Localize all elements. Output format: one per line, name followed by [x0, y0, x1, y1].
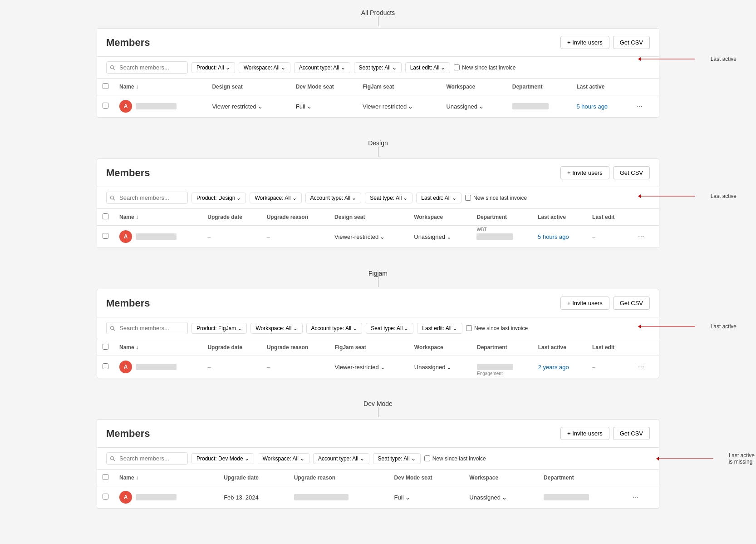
upgrade-reason-devmode-0: [294, 494, 349, 500]
avatar-figjam-0: A: [119, 361, 132, 373]
new-since-invoice-figjam[interactable]: New since last invoice: [466, 325, 528, 331]
select-all-checkbox-figjam[interactable]: [103, 344, 108, 350]
col-workspace-figjam: Workspace: [409, 339, 471, 356]
search-input-design[interactable]: [106, 192, 188, 204]
col-design-seat-design: Design seat: [329, 209, 408, 226]
filter-seat-design[interactable]: Seat type: All ⌄: [365, 193, 412, 203]
row-checkbox-design-0[interactable]: [103, 233, 108, 239]
get-csv-btn-design[interactable]: Get CSV: [613, 166, 650, 179]
design-section: Members + Invite users Get CSV Product: …: [97, 158, 659, 248]
filter-account-all[interactable]: Account type: All ⌄: [294, 62, 350, 73]
design-seat-design-0[interactable]: Viewer-restricted ⌄: [334, 233, 403, 240]
filter-seat-figjam[interactable]: Seat type: All ⌄: [366, 323, 413, 334]
filters-row-all: Product: All ⌄ Workspace: All ⌄ Account …: [97, 57, 659, 79]
design-seat-all-0[interactable]: Viewer-restricted ⌄: [212, 103, 285, 110]
filter-product-figjam[interactable]: Product: FigJam ⌄: [191, 323, 247, 334]
col-name-all: Name ↓: [114, 79, 206, 95]
figjam-seat-all-0[interactable]: Viewer-restricted ⌄: [363, 103, 435, 110]
select-all-checkbox-all[interactable]: [103, 83, 108, 89]
more-options-all-0[interactable]: ···: [634, 101, 645, 111]
workspace-devmode-0[interactable]: Unassigned ⌄: [469, 494, 533, 501]
filter-account-design[interactable]: Account type: All ⌄: [305, 193, 362, 203]
upgrade-date-devmode-0: Feb 13, 2024: [218, 486, 288, 509]
design-title: Members: [106, 167, 150, 179]
filter-product-all[interactable]: Product: All ⌄: [191, 62, 235, 73]
search-icon-design: [110, 195, 115, 201]
invite-users-btn-design[interactable]: + Invite users: [560, 166, 609, 179]
devmode-seat-all-0[interactable]: Full ⌄: [296, 103, 352, 110]
more-options-design-0[interactable]: ···: [635, 232, 647, 242]
search-input-all[interactable]: [106, 61, 188, 74]
last-active-figjam-0: 2 years ago: [538, 364, 569, 371]
filter-seat-devmode[interactable]: Seat type: All ⌄: [373, 453, 421, 464]
svg-point-8: [111, 326, 114, 329]
devmode-title: Members: [106, 428, 150, 440]
workspace-all-0[interactable]: Unassigned ⌄: [446, 103, 501, 110]
filter-account-figjam[interactable]: Account type: All ⌄: [306, 323, 363, 334]
member-name-all-0: [136, 103, 177, 109]
col-workspace-design: Workspace: [408, 209, 471, 226]
search-input-devmode[interactable]: [106, 452, 188, 465]
workspace-design-0[interactable]: Unassigned ⌄: [414, 233, 466, 240]
filter-lastedit-design[interactable]: Last edit: All ⌄: [416, 193, 461, 203]
devmode-seat-devmode-0[interactable]: Full ⌄: [394, 494, 459, 501]
last-edit-figjam-0: –: [587, 356, 630, 378]
col-last-edit-design: Last edit: [587, 209, 630, 226]
more-options-figjam-0[interactable]: ···: [635, 362, 647, 372]
invite-users-btn-all[interactable]: + Invite users: [560, 36, 609, 49]
member-name-figjam-0: [136, 364, 177, 370]
get-csv-btn-all[interactable]: Get CSV: [613, 36, 650, 49]
new-since-invoice-design[interactable]: New since last invoice: [465, 195, 527, 201]
select-all-checkbox-devmode[interactable]: [103, 474, 108, 480]
col-name-design: Name ↓: [114, 209, 202, 226]
filter-lastedit-all[interactable]: Last edit: All ⌄: [405, 62, 451, 73]
invite-users-btn-devmode[interactable]: + Invite users: [560, 427, 609, 440]
figjam-seat-figjam-0[interactable]: Viewer-restricted ⌄: [334, 364, 403, 371]
select-all-checkbox-design[interactable]: [103, 213, 108, 219]
col-name-devmode: Name ↓: [114, 470, 218, 486]
more-options-devmode-0[interactable]: ···: [630, 492, 641, 502]
member-name-design-0: [136, 233, 177, 240]
new-since-invoice-all[interactable]: New since last invoice: [454, 64, 515, 71]
col-upgrade-date-design: Upgrade date: [202, 209, 261, 226]
col-name-figjam: Name ↓: [114, 339, 202, 356]
col-department-devmode: Department: [538, 470, 624, 486]
col-upgrade-date-devmode: Upgrade date: [218, 470, 288, 486]
table-row: A – – Viewer-restricted ⌄ Unassigned ⌄: [97, 226, 659, 248]
svg-point-4: [111, 196, 114, 199]
new-since-invoice-devmode[interactable]: New since last invoice: [424, 455, 486, 462]
filter-seat-all[interactable]: Seat type: All ⌄: [354, 62, 402, 73]
invite-users-btn-figjam[interactable]: + Invite users: [560, 297, 609, 310]
filter-workspace-all[interactable]: Workspace: All ⌄: [239, 62, 290, 73]
svg-point-0: [111, 65, 114, 69]
col-department-all: Department: [507, 79, 571, 95]
filters-row-design: Product: Design ⌄ Workspace: All ⌄ Accou…: [97, 187, 659, 209]
col-upgrade-reason-devmode: Upgrade reason: [289, 470, 389, 486]
avatar-devmode-0: A: [119, 491, 132, 504]
filter-product-design[interactable]: Product: Design ⌄: [191, 193, 246, 203]
filter-account-devmode[interactable]: Account type: All ⌄: [313, 453, 369, 464]
col-upgrade-date-figjam: Upgrade date: [202, 339, 261, 356]
members-table-devmode: Name ↓ Upgrade date Upgrade reason Dev M…: [97, 470, 659, 508]
filter-product-devmode[interactable]: Product: Dev Mode ⌄: [191, 453, 254, 464]
row-checkbox-all-0[interactable]: [103, 103, 108, 109]
workspace-figjam-0[interactable]: Unassigned ⌄: [414, 364, 466, 371]
row-checkbox-devmode-0[interactable]: [103, 494, 108, 499]
member-name-devmode-0: [136, 494, 177, 500]
search-icon-devmode: [110, 456, 115, 461]
get-csv-btn-figjam[interactable]: Get CSV: [613, 297, 650, 310]
filter-workspace-figjam[interactable]: Workspace: All ⌄: [250, 323, 302, 334]
search-input-figjam[interactable]: [106, 322, 188, 334]
upgrade-date-figjam-0: –: [202, 356, 261, 378]
filter-workspace-devmode[interactable]: Workspace: All ⌄: [258, 453, 309, 464]
last-edit-design-0: –: [587, 226, 630, 248]
get-csv-btn-devmode[interactable]: Get CSV: [613, 427, 650, 440]
col-design-seat-all: Design seat: [206, 79, 290, 95]
col-last-edit-figjam: Last edit: [587, 339, 630, 356]
filters-row-devmode: Product: Dev Mode ⌄ Workspace: All ⌄ Acc…: [97, 448, 659, 470]
avatar-design-0: A: [119, 230, 132, 243]
row-checkbox-figjam-0[interactable]: [103, 363, 108, 369]
svg-line-1: [113, 68, 115, 70]
filter-workspace-design[interactable]: Workspace: All ⌄: [250, 193, 301, 203]
filter-lastedit-figjam[interactable]: Last edit: All ⌄: [417, 323, 462, 334]
